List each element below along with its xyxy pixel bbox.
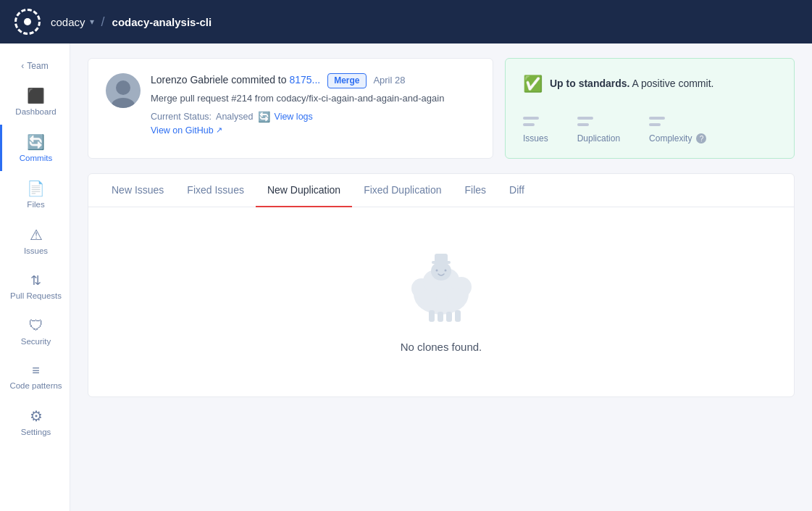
commit-title: Lorenzo Gabriele commited to 8175... Mer… [151, 73, 475, 88]
empty-message: No clones found. [401, 341, 482, 353]
codacy-logo [14, 9, 41, 35]
chevron-left-icon: ‹ [21, 61, 24, 71]
svg-point-1 [116, 80, 130, 95]
status-metrics: Issues Duplication [523, 114, 777, 144]
view-logs-link[interactable]: View logs [275, 112, 313, 122]
complexity-metric-icon [649, 114, 665, 130]
commit-info: Lorenzo Gabriele commited to 8175... Mer… [151, 73, 475, 136]
chevron-down-icon: ▾ [90, 17, 94, 27]
status-title: Up to standards. [550, 78, 629, 89]
sidebar-item-security[interactable]: 🛡 Security [0, 309, 70, 354]
duplication-metric-label: Duplication [577, 133, 620, 144]
sidebar-item-settings[interactable]: ⚙ Settings [0, 399, 70, 445]
commit-github: View on GitHub ↗ [151, 125, 475, 136]
svg-rect-6 [577, 123, 589, 126]
commit-status: Current Status: Analysed 🔄 View logs [151, 111, 475, 122]
svg-point-20 [445, 270, 447, 272]
commit-date: April 28 [373, 75, 405, 86]
org-selector[interactable]: codacy ▾ [51, 16, 94, 28]
svg-rect-4 [523, 123, 535, 126]
issues-metric-icon [523, 114, 539, 130]
tab-diff[interactable]: Diff [498, 174, 536, 207]
check-circle-icon: ✅ [523, 75, 543, 94]
sidebar-item-dashboard[interactable]: ⬛ Dashboard [0, 78, 70, 125]
metric-issues: Issues [523, 114, 548, 144]
commit-action: commited to [231, 74, 289, 86]
svg-rect-3 [523, 117, 539, 120]
svg-rect-7 [649, 117, 665, 120]
svg-point-16 [431, 262, 451, 281]
complexity-info-icon[interactable]: ? [696, 133, 706, 144]
commit-card: Lorenzo Gabriele commited to 8175... Mer… [88, 58, 493, 159]
sidebar-label-pull-requests: Pull Requests [10, 291, 62, 300]
sidebar-team-label: Team [27, 61, 48, 71]
svg-rect-22 [438, 312, 443, 322]
status-card: ✅ Up to standards. A positive commit. Is… [505, 58, 795, 159]
pull-requests-icon: ⇅ [30, 273, 41, 288]
svg-rect-18 [435, 254, 448, 262]
refresh-icon: 🔄 [258, 111, 270, 122]
svg-point-19 [436, 270, 438, 272]
tabs-bar: New Issues Fixed Issues New Duplication … [88, 174, 794, 207]
status-text: Up to standards. A positive commit. [550, 76, 713, 91]
commit-author: Lorenzo Gabriele [151, 74, 228, 86]
svg-point-15 [419, 289, 437, 307]
svg-rect-8 [649, 123, 661, 126]
sidebar-label-settings: Settings [21, 428, 51, 436]
svg-point-14 [447, 288, 464, 305]
metric-complexity: Complexity ? [649, 114, 706, 144]
sidebar-label-issues: Issues [24, 246, 48, 255]
view-on-github-link[interactable]: View on GitHub ↗ [151, 125, 475, 136]
external-link-icon: ↗ [216, 125, 222, 135]
sidebar: ‹ Team ⬛ Dashboard 🔄 Commits 📄 Files ⚠ I… [0, 43, 70, 511]
issues-icon: ⚠ [30, 226, 43, 244]
issues-metric-label: Issues [523, 133, 548, 144]
commit-hash-link[interactable]: 8175... [289, 74, 320, 86]
code-patterns-icon: ≡ [32, 363, 40, 378]
sheep-illustration [394, 251, 488, 323]
commit-message: Merge pull request #214 from codacy/fix-… [151, 93, 475, 104]
commit-status-value: Analysed [216, 112, 253, 122]
tab-new-issues[interactable]: New Issues [100, 174, 175, 207]
duplication-metric-icon [577, 114, 593, 130]
sidebar-item-issues[interactable]: ⚠ Issues [0, 217, 70, 264]
svg-rect-24 [455, 310, 461, 322]
files-icon: 📄 [27, 180, 45, 197]
security-icon: 🛡 [29, 317, 43, 334]
avatar [106, 73, 141, 108]
svg-rect-21 [429, 310, 435, 322]
complexity-metric-label: Complexity ? [649, 133, 706, 144]
commit-status-label: Current Status: [151, 112, 212, 122]
svg-rect-23 [446, 312, 452, 322]
nav-separator: / [101, 14, 105, 30]
repo-name: codacy-analysis-cli [112, 16, 212, 28]
top-nav: codacy ▾ / codacy-analysis-cli [0, 0, 812, 43]
sidebar-label-files: Files [27, 200, 44, 209]
commit-merge-badge: Merge [327, 73, 366, 88]
metric-duplication: Duplication [577, 114, 620, 144]
sidebar-team-link[interactable]: ‹ Team [15, 51, 54, 78]
org-name: codacy [51, 16, 85, 28]
status-subtitle-text: A positive commit. [632, 78, 714, 89]
sidebar-item-commits[interactable]: 🔄 Commits [0, 125, 70, 171]
commit-area: Lorenzo Gabriele commited to 8175... Mer… [88, 58, 795, 159]
main-content: Lorenzo Gabriele commited to 8175... Mer… [70, 43, 812, 511]
sidebar-label-commits: Commits [20, 154, 52, 162]
sidebar-item-pull-requests[interactable]: ⇅ Pull Requests [0, 264, 70, 309]
view-on-github-text: View on GitHub [151, 125, 214, 136]
sidebar-item-code-patterns[interactable]: ≡ Code patterns [0, 354, 70, 399]
tab-content-new-duplication: No clones found. [88, 207, 794, 396]
tab-files[interactable]: Files [453, 174, 498, 207]
tab-new-duplication[interactable]: New Duplication [256, 174, 352, 207]
sidebar-label-code-patterns: Code patterns [9, 381, 62, 390]
dashboard-icon: ⬛ [27, 87, 45, 104]
settings-icon: ⚙ [30, 407, 43, 425]
empty-illustration [394, 251, 488, 326]
sidebar-item-files[interactable]: 📄 Files [0, 171, 70, 217]
tab-fixed-issues[interactable]: Fixed Issues [175, 174, 256, 207]
avatar-svg [106, 73, 141, 108]
sidebar-label-dashboard: Dashboard [15, 107, 56, 116]
tabs-container: New Issues Fixed Issues New Duplication … [88, 173, 795, 397]
tab-fixed-duplication[interactable]: Fixed Duplication [352, 174, 453, 207]
commits-icon: 🔄 [27, 133, 45, 151]
